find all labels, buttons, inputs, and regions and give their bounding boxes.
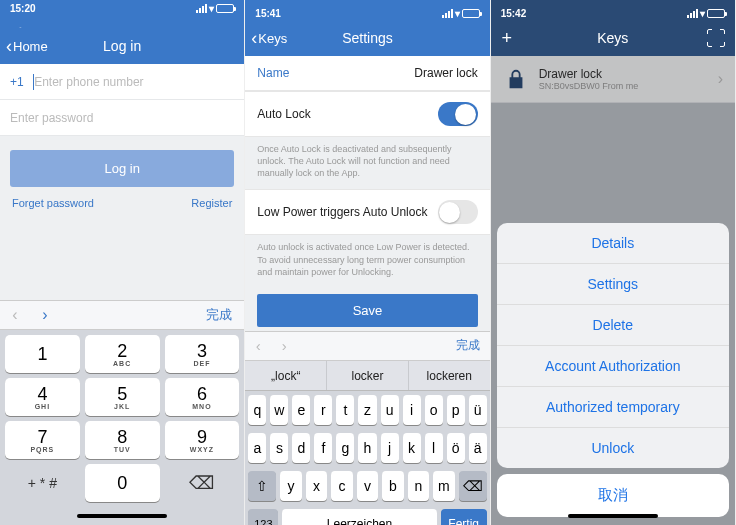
sheet-item-authorized-temporary[interactable]: Authorized temporary — [497, 387, 729, 428]
key-u[interactable]: u — [381, 395, 399, 425]
key-0[interactable]: 0 — [85, 464, 160, 502]
key-6[interactable]: 6MNO — [165, 378, 240, 416]
key-v[interactable]: v — [357, 471, 378, 501]
key-f[interactable]: f — [314, 433, 332, 463]
nav-title: Log in — [103, 38, 141, 54]
back-button[interactable]: ‹Home — [6, 37, 48, 55]
key-symbols[interactable]: + * # — [5, 464, 80, 502]
key-5[interactable]: 5JKL — [85, 378, 160, 416]
key-d[interactable]: d — [292, 433, 310, 463]
chevron-left-icon: ‹ — [251, 29, 257, 47]
home-indicator[interactable] — [568, 514, 658, 518]
suggestion[interactable]: „lock“ — [245, 361, 327, 390]
nav-title: Keys — [597, 30, 628, 46]
key-2[interactable]: 2ABC — [85, 335, 160, 373]
key-ä[interactable]: ä — [469, 433, 487, 463]
key-p[interactable]: p — [447, 395, 465, 425]
key-b[interactable]: b — [382, 471, 403, 501]
kb-next-field[interactable]: › — [271, 337, 297, 354]
kb-next-field[interactable]: › — [30, 306, 60, 324]
screen-keys: 15:42 ▾ + Keys Drawer lock SN:B0vsDBW0 F… — [491, 0, 736, 525]
key-k[interactable]: k — [403, 433, 421, 463]
sheet-item-details[interactable]: Details — [497, 223, 729, 264]
key-shift[interactable]: ⇧ — [248, 471, 276, 501]
key-o[interactable]: o — [425, 395, 443, 425]
key-m[interactable]: m — [433, 471, 454, 501]
forgot-password-link[interactable]: Forget password — [12, 197, 94, 209]
wifi-icon: ▾ — [700, 8, 705, 19]
key-c[interactable]: c — [331, 471, 352, 501]
key-numbers[interactable]: 123 — [248, 509, 278, 525]
kb-prev-field[interactable]: ‹ — [245, 337, 271, 354]
key-w[interactable]: w — [270, 395, 288, 425]
status-time: 15:41 — [255, 8, 281, 19]
low-power-label: Low Power triggers Auto Unlock — [257, 205, 427, 219]
scan-icon — [707, 29, 725, 47]
battery-icon — [216, 4, 234, 13]
sheet-item-unlock[interactable]: Unlock — [497, 428, 729, 468]
signal-icon — [687, 9, 698, 18]
key-return[interactable]: Fertig — [441, 509, 487, 525]
key-t[interactable]: t — [336, 395, 354, 425]
key-3[interactable]: 3DEF — [165, 335, 240, 373]
password-input[interactable]: Enter password — [0, 100, 244, 136]
auto-lock-row: Auto Lock — [245, 91, 489, 137]
sheet-item-delete[interactable]: Delete — [497, 305, 729, 346]
key-7[interactable]: 7PQRS — [5, 421, 80, 459]
key-a[interactable]: a — [248, 433, 266, 463]
key-1[interactable]: 1 — [5, 335, 80, 373]
key-e[interactable]: e — [292, 395, 310, 425]
key-9[interactable]: 9WXYZ — [165, 421, 240, 459]
battery-icon — [707, 9, 725, 18]
key-h[interactable]: h — [358, 433, 376, 463]
kb-done-button[interactable]: 完成 — [444, 337, 490, 354]
nav-bar: + Keys — [491, 20, 735, 56]
suggestion[interactable]: lockeren — [409, 361, 490, 390]
nav-title: Settings — [342, 30, 393, 46]
key-g[interactable]: g — [336, 433, 354, 463]
sheet-item-account-authorization[interactable]: Account Authorization — [497, 346, 729, 387]
key-r[interactable]: r — [314, 395, 332, 425]
key-backspace[interactable]: ⌫ — [459, 471, 487, 501]
key-n[interactable]: n — [408, 471, 429, 501]
kb-prev-field[interactable]: ‹ — [0, 306, 30, 324]
key-ö[interactable]: ö — [447, 433, 465, 463]
key-s[interactable]: s — [270, 433, 288, 463]
low-power-toggle[interactable] — [438, 200, 478, 224]
key-4[interactable]: 4GHI — [5, 378, 80, 416]
phone-input[interactable]: +1 Enter phone number — [0, 64, 244, 100]
key-backspace[interactable]: ⌫ — [165, 464, 240, 502]
add-button[interactable]: + — [497, 28, 517, 48]
back-button[interactable]: ‹Keys — [251, 29, 287, 47]
status-bar: 15:20 ▾ ‹App Store — [0, 0, 244, 28]
key-j[interactable]: j — [381, 433, 399, 463]
key-ü[interactable]: ü — [469, 395, 487, 425]
kb-done-button[interactable]: 完成 — [194, 306, 244, 324]
key-y[interactable]: y — [280, 471, 301, 501]
key-8[interactable]: 8TUV — [85, 421, 160, 459]
key-q[interactable]: q — [248, 395, 266, 425]
password-placeholder: Enter password — [10, 111, 93, 125]
key-space[interactable]: Leerzeichen — [282, 509, 436, 525]
status-bar: 15:41 ▾ — [245, 0, 489, 20]
wifi-icon: ▾ — [455, 8, 460, 19]
suggestion[interactable]: locker — [327, 361, 409, 390]
key-i[interactable]: i — [403, 395, 421, 425]
auto-lock-toggle[interactable] — [438, 102, 478, 126]
save-button[interactable]: Save — [257, 294, 477, 327]
login-button[interactable]: Log in — [10, 150, 234, 187]
register-link[interactable]: Register — [191, 197, 232, 209]
name-row[interactable]: Name Drawer lock — [245, 56, 489, 91]
key-x[interactable]: x — [306, 471, 327, 501]
name-label: Name — [257, 66, 289, 80]
plus-icon: + — [497, 28, 517, 48]
home-indicator[interactable] — [77, 514, 167, 518]
nav-bar: ‹Home Log in — [0, 28, 244, 64]
signal-icon — [442, 9, 453, 18]
sheet-item-settings[interactable]: Settings — [497, 264, 729, 305]
key-z[interactable]: z — [358, 395, 376, 425]
country-code[interactable]: +1 — [10, 75, 24, 89]
key-l[interactable]: l — [425, 433, 443, 463]
scan-button[interactable] — [707, 29, 725, 47]
low-power-note: Auto unlock is activated once Low Power … — [245, 235, 489, 287]
